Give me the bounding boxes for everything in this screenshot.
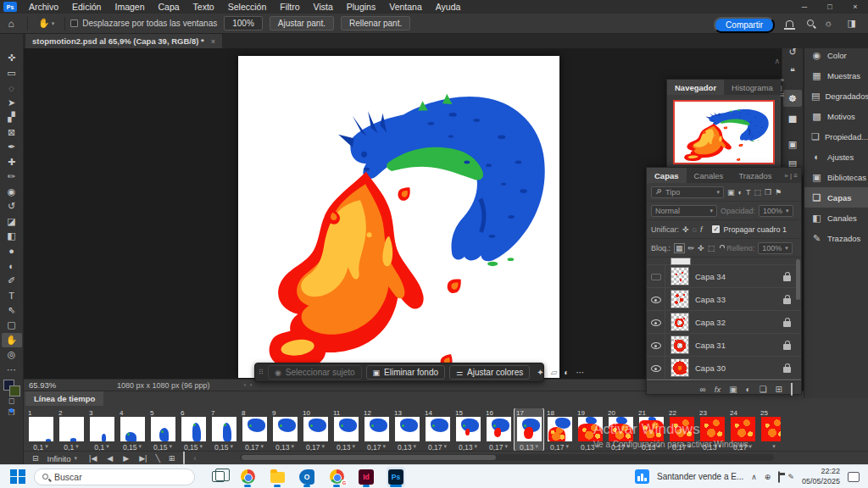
transform-icon[interactable]: ▱: [551, 368, 558, 377]
adjust-colors-button[interactable]: ⚌ Ajustar colores: [449, 365, 530, 380]
timeline-frame[interactable]: 5 0,15▾: [148, 408, 177, 451]
layer-thumbnail[interactable]: [670, 313, 689, 331]
dock-panel-item[interactable]: ▦ Muestras: [804, 65, 868, 86]
layer-visibility-toggle[interactable]: [647, 334, 665, 357]
tool-button[interactable]: ●: [2, 244, 22, 259]
frame-duration-select[interactable]: 0,17▾: [301, 443, 330, 451]
timeline-scroll-left-icon[interactable]: ‹: [193, 454, 196, 463]
selected-layer-row-partial[interactable]: [647, 380, 801, 380]
frame-thumbnail[interactable]: [639, 417, 664, 441]
battery-icon[interactable]: [778, 472, 780, 482]
layer-name[interactable]: Capa 30: [695, 363, 783, 373]
lock-pixels-icon[interactable]: ✏: [688, 244, 695, 252]
dock-panel-item[interactable]: ✎ Trazados: [804, 228, 868, 248]
frame-thumbnail[interactable]: [456, 417, 481, 441]
tray-chevron-icon[interactable]: ∧: [751, 473, 757, 481]
timeline-frame[interactable]: 9 0,13▾: [270, 408, 299, 451]
layer-name[interactable]: Capa 32: [695, 318, 783, 327]
frame-thumbnail[interactable]: [761, 417, 782, 441]
news-headline[interactable]: Santander vende a E...: [657, 472, 743, 481]
timeline-frame[interactable]: 10 0,17▾: [301, 408, 330, 451]
timeline-frame[interactable]: 12 0,17▾: [362, 408, 391, 451]
menu-item[interactable]: Filtro: [273, 0, 306, 14]
timeline-frame[interactable]: 18 0,17▾: [545, 408, 574, 451]
close-button[interactable]: ×: [843, 0, 868, 14]
frame-duration-select[interactable]: 0,13▾: [392, 443, 421, 451]
layer-visibility-toggle[interactable]: [647, 288, 665, 311]
tool-button[interactable]: ▢: [2, 318, 22, 333]
navigator-proxy-view[interactable]: [673, 100, 775, 164]
layer-thumbnail[interactable]: [670, 358, 689, 377]
document-canvas[interactable]: [238, 56, 559, 378]
home-icon[interactable]: ⌂: [0, 18, 22, 30]
dock-panel-item[interactable]: ◐ Ajustes: [804, 147, 868, 167]
timeline-frame[interactable]: 19 0,13▾: [576, 408, 604, 451]
menu-item[interactable]: Edición: [65, 0, 108, 14]
foreground-background-swatches[interactable]: [3, 380, 20, 396]
timeline-frame[interactable]: 16 0,17▾: [484, 408, 513, 451]
frame-duration-select[interactable]: 0,13▾: [270, 443, 299, 451]
frame-duration-select[interactable]: 0,15▾: [148, 443, 177, 451]
menu-item[interactable]: Ayuda: [429, 0, 468, 14]
filter-type-layers-icon[interactable]: T: [746, 188, 751, 197]
tab-navegador[interactable]: Navegador: [667, 80, 724, 95]
task-view-button[interactable]: [209, 467, 227, 487]
dock-panel-item[interactable]: ▩ Motivos: [804, 106, 868, 126]
chrome-app-icon[interactable]: [238, 467, 257, 487]
panel-menu-icon[interactable]: » | ≡: [781, 80, 788, 95]
workspace-switcher-icon[interactable]: ◨: [848, 18, 856, 29]
new-group-icon[interactable]: ❏: [760, 385, 767, 394]
frame-thumbnail[interactable]: [395, 417, 420, 441]
frame-thumbnail[interactable]: [273, 417, 298, 441]
timeline-frame[interactable]: 13 0,13▾: [392, 408, 421, 451]
background-color-swatch[interactable]: [9, 385, 20, 396]
panel-menu-icon[interactable]: » | ≡: [784, 168, 801, 183]
tool-button[interactable]: ⋯: [2, 363, 22, 378]
frame-thumbnail[interactable]: [578, 417, 603, 441]
new-layer-icon[interactable]: ⊞: [776, 385, 782, 394]
frame-duration-select[interactable]: 0,15▾: [179, 443, 208, 451]
notification-center-icon[interactable]: [848, 472, 860, 482]
timeline-frame[interactable]: 24 0,17▾: [728, 408, 757, 451]
network-icon[interactable]: ⊕: [765, 473, 771, 481]
tool-button[interactable]: ▞: [2, 110, 22, 125]
frame-thumbnail[interactable]: [609, 417, 633, 441]
canvas-scrollbar-up-icon[interactable]: ∧: [774, 57, 780, 65]
tool-button[interactable]: ✚: [2, 155, 22, 170]
frame-duration-select[interactable]: 0,17▾: [728, 443, 757, 451]
frame-duration-select[interactable]: 0,13▾: [453, 443, 482, 451]
timeline-frame[interactable]: 7 0,15▾: [209, 408, 238, 451]
unify-style-icon[interactable]: f: [700, 225, 703, 234]
layer-thumbnail[interactable]: [670, 336, 689, 354]
frame-duration-select[interactable]: 0,17▾: [240, 443, 269, 451]
frame-duration-select[interactable]: 0,13▾: [331, 443, 360, 451]
frame-duration-select[interactable]: ▾: [759, 443, 781, 450]
timeline-frame[interactable]: 15 0,13▾: [453, 408, 482, 451]
news-widget-icon[interactable]: [635, 469, 649, 484]
layer-thumbnail[interactable]: [670, 267, 689, 286]
tool-button[interactable]: ◐: [2, 258, 22, 274]
layer-row[interactable]: Capa 32: [647, 311, 801, 334]
frame-thumbnail[interactable]: [334, 417, 359, 441]
lock-position-icon[interactable]: ✜: [698, 244, 704, 252]
frame-duration-select[interactable]: 0,15▾: [209, 443, 238, 451]
menu-item[interactable]: Ventana: [382, 0, 429, 14]
timeline-tab[interactable]: Línea de tiempo: [25, 391, 103, 406]
discover-lightbulb-icon[interactable]: ☼: [824, 18, 832, 28]
tool-button[interactable]: ⊠: [2, 125, 22, 141]
loop-count-select[interactable]: Infinito▾: [47, 454, 78, 463]
unify-visibility-icon[interactable]: ◌: [693, 225, 697, 234]
tool-button[interactable]: ◉: [2, 185, 22, 200]
link-layers-icon[interactable]: ∞: [700, 385, 706, 394]
tab-histograma[interactable]: Histograma: [724, 80, 781, 95]
menu-item[interactable]: Imagen: [108, 0, 151, 14]
play-button[interactable]: ▶: [123, 454, 129, 463]
frame-thumbnail[interactable]: [487, 417, 511, 441]
delete-layer-icon[interactable]: [791, 385, 793, 395]
tab-trazados[interactable]: Trazados: [731, 168, 779, 183]
dock-panel-item[interactable]: ❏ Capas: [804, 187, 868, 208]
layer-effects-icon[interactable]: fx: [715, 385, 721, 394]
layer-list-scrollbar[interactable]: [796, 259, 800, 300]
frame-thumbnail[interactable]: [212, 417, 236, 441]
tool-button[interactable]: ◎: [2, 347, 22, 363]
